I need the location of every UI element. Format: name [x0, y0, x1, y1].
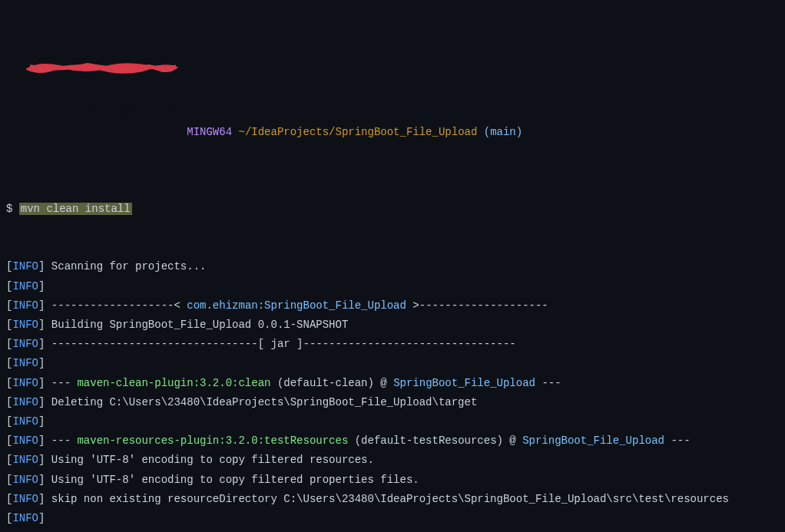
output-line: [INFO] — [6, 354, 779, 373]
output-line: [INFO] skip non existing resourceDirecto… — [6, 490, 779, 509]
cwd-path: ~/IdeaProjects/SpringBoot_File_Upload — [238, 125, 477, 137]
command-line: $ mvn clean install — [6, 200, 779, 219]
output-line: [INFO] --- maven-clean-plugin:3.2.0:clea… — [6, 374, 779, 393]
output-line: [INFO] — [6, 509, 779, 528]
output-line: [INFO] — [6, 277, 779, 296]
entered-command: mvn clean install — [19, 203, 132, 215]
output-line: [INFO] -------------------< com.ehizman:… — [6, 296, 779, 316]
mingw-label: MINGW64 — [187, 125, 232, 137]
terminal-output[interactable]: REDACTED@HOSTNAME MINGW64 ~/IdeaProjects… — [6, 6, 779, 532]
output-line: [INFO] --- maven-resources-plugin:3.2.0:… — [6, 431, 779, 451]
git-branch: (main) — [484, 125, 522, 137]
output-line: [INFO] — [6, 412, 779, 431]
output-line: [INFO] --------------------------------[… — [6, 335, 779, 354]
output-line: [INFO] Using 'UTF-8' encoding to copy fi… — [6, 451, 779, 470]
output-line: [INFO] --- maven-compiler-plugin:3.10.1:… — [6, 528, 779, 532]
output-line: [INFO] Using 'UTF-8' encoding to copy fi… — [6, 471, 779, 490]
prompt-char: $ — [6, 203, 12, 215]
output-line: [INFO] Scanning for projects... — [6, 257, 779, 276]
prompt-line: REDACTED@HOSTNAME MINGW64 ~/IdeaProjects… — [6, 45, 779, 160]
output-line: [INFO] Deleting C:\Users\23480\IdeaProje… — [6, 393, 779, 412]
redaction-scribble-icon — [26, 60, 180, 78]
redacted-user-host: REDACTED@HOSTNAME — [32, 64, 181, 142]
maven-output: [INFO] Scanning for projects...[INFO][IN… — [6, 257, 779, 532]
output-line: [INFO] Building SpringBoot_File_Upload 0… — [6, 316, 779, 335]
